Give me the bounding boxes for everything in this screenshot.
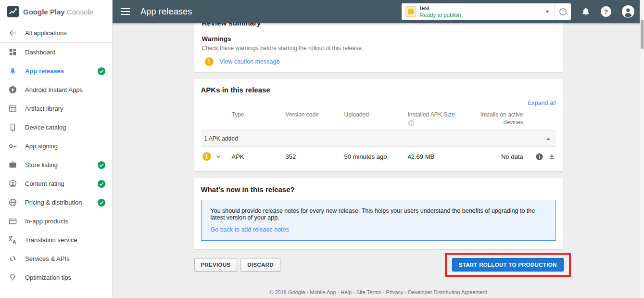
app-selector-text: test Ready to publish (420, 5, 541, 18)
discard-button[interactable]: DISCARD (240, 258, 280, 272)
size-info-icon[interactable] (408, 120, 479, 127)
notifications-bell-icon[interactable] (581, 7, 590, 16)
play-console-logo-icon (7, 5, 19, 18)
column-uploaded: Uploaded (344, 111, 408, 118)
apk-version-cell: 352 (286, 153, 344, 160)
previous-button[interactable]: PREVIOUS (194, 258, 238, 272)
scrollbar-thumb[interactable] (641, 20, 644, 49)
vertical-scrollbar[interactable] (640, 0, 644, 298)
whats-new-title: What's new in this release? (201, 185, 556, 194)
action-bar: PREVIOUS DISCARD START ROLLOUT TO PRODUC… (194, 253, 563, 277)
apk-details-info-icon[interactable] (535, 153, 543, 161)
warning-badge-icon: ! (205, 57, 214, 66)
dashboard-icon (8, 48, 17, 57)
logo-text: Google Play Console (23, 8, 93, 16)
apk-size-cell: 42.69 MB (408, 153, 479, 160)
sidebar-item-pricing-distribution[interactable]: Pricing & distribution (0, 193, 112, 212)
apk-table-row: 1 APK 352 50 minutes ago 42.69 MB No dat… (201, 147, 556, 167)
avatar[interactable] (622, 5, 634, 18)
menu-icon[interactable] (121, 8, 130, 15)
translate-icon: XA (8, 236, 17, 245)
column-type: Type (232, 111, 286, 118)
copyright-text: © 2018 Google (269, 289, 305, 295)
selected-app-name: test (420, 5, 541, 12)
svg-text:A: A (13, 239, 16, 244)
footer-link-help[interactable]: Help (341, 289, 352, 295)
expand-row-chevron-icon[interactable] (215, 153, 222, 160)
collapse-arrow-icon (546, 138, 550, 140)
sidebar-item-services-apis[interactable]: Services & APIs (0, 249, 112, 268)
app-icon (405, 6, 416, 17)
lightbulb-icon (8, 273, 17, 282)
warnings-heading: Warnings (202, 35, 555, 42)
footer-link-mobile-app[interactable]: Mobile App (310, 289, 336, 295)
view-caution-link[interactable]: View caution message (220, 58, 280, 65)
sidebar-item-in-app-products[interactable]: In-app products (0, 212, 112, 231)
app-releases-icon (8, 67, 17, 76)
app-status: Ready to publish (420, 12, 541, 18)
content: Review summary Warnings Check these warn… (113, 23, 644, 298)
device-catalog-icon (8, 123, 17, 132)
caution-row: ! View caution message (202, 57, 555, 66)
key-icon (8, 142, 17, 151)
apk-group-row[interactable]: 1 APK added (201, 131, 556, 147)
sidebar-item-device-catalog[interactable]: Device catalog (0, 118, 112, 137)
sidebar-item-optimization-tips[interactable]: Optimization tips (0, 268, 112, 287)
svg-text:X: X (9, 237, 12, 242)
release-notes-callout: You should provide release notes for eve… (201, 200, 556, 241)
add-release-notes-link[interactable]: Go back to add release notes (211, 226, 289, 233)
apks-card: APKs in this release Expand all Type Ver… (194, 79, 563, 171)
apks-card-title: APKs in this release (201, 86, 556, 94)
wallet-icon (8, 217, 17, 226)
whats-new-card: What's new in this release? You should p… (194, 178, 563, 249)
apk-installs-cell: No data (479, 153, 529, 160)
review-summary-title: Review summary (202, 23, 555, 27)
column-installed-apk-size: Installed APK Size (408, 111, 479, 127)
store-listing-icon (8, 161, 17, 169)
footer-link-privacy[interactable]: Privacy (386, 289, 403, 295)
expand-all-link[interactable]: Expand all (528, 100, 556, 106)
sidebar-item-dashboard[interactable]: Dashboard (0, 43, 112, 62)
footer-link-site-terms[interactable]: Site Terms (356, 289, 381, 295)
sidebar: Google Play Console All applications Das… (0, 0, 113, 298)
apk-group-label: 1 APK added (204, 135, 238, 142)
chevron-down-icon[interactable] (545, 11, 549, 13)
app-selector[interactable]: test Ready to publish (402, 3, 571, 20)
apk-uploaded-cell: 50 minutes ago (344, 153, 408, 160)
globe-icon (8, 198, 17, 207)
play-console-window: Google Play Console All applications Das… (0, 0, 644, 298)
artifact-library-icon (8, 104, 17, 113)
play-console-logo[interactable]: Google Play Console (0, 0, 112, 23)
completed-check-icon (98, 180, 105, 188)
back-arrow-icon (8, 28, 17, 37)
content-rating-icon (8, 180, 17, 188)
sidebar-item-app-signing[interactable]: App signing (0, 137, 112, 155)
sidebar-item-store-listing[interactable]: Store listing (0, 155, 112, 174)
apk-type-cell: APK (232, 153, 286, 160)
column-version-code: Version code (286, 111, 344, 118)
review-summary-card: Review summary Warnings Check these warn… (194, 23, 563, 72)
release-notes-message: You should provide release notes for eve… (211, 207, 546, 221)
footer-link-dda[interactable]: Developer Distribution Agreement (408, 289, 487, 295)
help-icon[interactable]: ? (601, 6, 611, 17)
sidebar-item-translation-service[interactable]: XA Translation service (0, 231, 112, 249)
sidebar-item-android-instant-apps[interactable]: Android Instant Apps (0, 80, 112, 99)
completed-check-icon (98, 67, 105, 75)
warnings-description: Check these warnings before starting the… (202, 45, 555, 52)
apks-table-header: Type Version code Uploaded Installed APK… (201, 106, 556, 131)
app-info-icon[interactable] (555, 3, 571, 20)
download-apk-icon[interactable] (548, 153, 556, 161)
sync-icon (8, 255, 17, 263)
sidebar-item-content-rating[interactable]: Content rating (0, 174, 112, 193)
start-rollout-button[interactable]: START ROLLOUT TO PRODUCTION (452, 258, 564, 272)
sidebar-item-all-applications[interactable]: All applications (0, 23, 112, 42)
instant-apps-icon (8, 86, 17, 94)
apk-number-badge: 1 (202, 152, 211, 161)
page-title: App releases (140, 7, 192, 17)
completed-check-icon (98, 199, 105, 207)
sidebar-item-artifact-library[interactable]: Artifact library (0, 99, 112, 118)
sidebar-item-app-releases[interactable]: App releases (0, 62, 112, 80)
footer: © 2018 Google · Mobile App · Help · Site… (194, 289, 563, 298)
column-installs-active-devices: Installs on active devices (479, 111, 529, 126)
topbar: App releases test Ready to publish ? (113, 0, 644, 23)
